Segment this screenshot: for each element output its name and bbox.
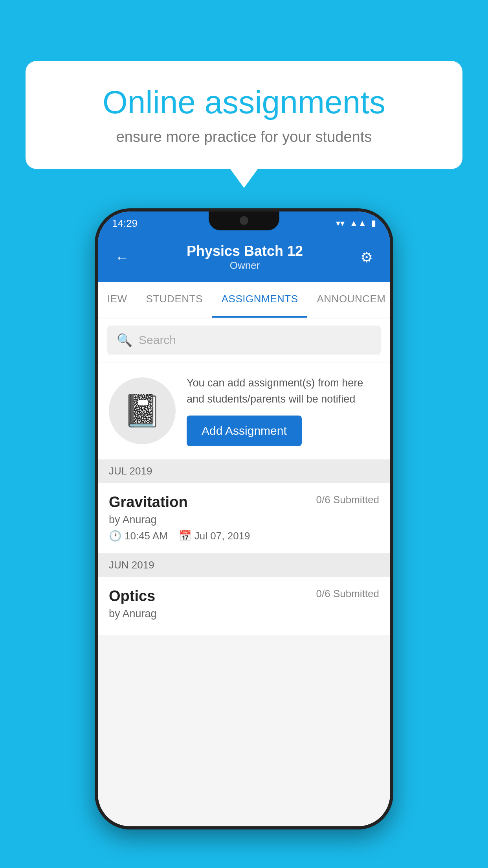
bubble-subtitle: ensure more practice for your students	[53, 129, 435, 145]
header-subtitle: Owner	[132, 259, 357, 272]
notebook-icon-circle: 📓	[109, 377, 176, 444]
search-container: 🔍 Search	[98, 318, 390, 362]
info-card: 📓 You can add assignment(s) from here an…	[98, 362, 390, 459]
add-assignment-button[interactable]: Add Assignment	[187, 416, 302, 446]
tab-students[interactable]: STUDENTS	[137, 282, 212, 318]
settings-button[interactable]: ⚙	[357, 246, 376, 269]
camera	[240, 216, 248, 225]
battery-icon: ▮	[371, 218, 376, 228]
bubble-title: Online assignments	[53, 85, 435, 120]
tab-announcements[interactable]: ANNOUNCEM	[307, 282, 390, 318]
phone-power-button	[391, 290, 393, 345]
assignment-date: Jul 07, 2019	[194, 530, 250, 542]
tab-bar: IEW STUDENTS ASSIGNMENTS ANNOUNCEM	[98, 282, 390, 318]
assignment-submitted-optics: 0/6 Submitted	[316, 588, 379, 600]
search-placeholder: Search	[139, 333, 176, 347]
calendar-icon: 📅	[179, 530, 191, 542]
assignment-meta: 🕐 10:45 AM 📅 Jul 07, 2019	[109, 530, 379, 542]
month-separator-jun: JUN 2019	[98, 554, 390, 577]
assignment-submitted: 0/6 Submitted	[316, 494, 379, 506]
info-card-content: You can add assignment(s) from here and …	[187, 375, 379, 446]
phone-notch	[209, 211, 279, 230]
wifi-icon: ▾▾	[336, 218, 345, 228]
notebook-icon: 📓	[123, 392, 162, 429]
assignment-item-optics[interactable]: Optics 0/6 Submitted by Anurag	[98, 577, 390, 635]
meta-date: 📅 Jul 07, 2019	[179, 530, 250, 542]
search-icon: 🔍	[117, 333, 132, 348]
tab-assignments[interactable]: ASSIGNMENTS	[212, 282, 308, 318]
phone-screen: 14:29 ▾▾ ▲▲ ▮ ← Physics Batch 12 Owner ⚙…	[98, 211, 390, 826]
back-button[interactable]: ←	[112, 246, 132, 269]
phone-volume-button	[95, 306, 97, 337]
info-card-text: You can add assignment(s) from here and …	[187, 375, 379, 407]
tab-iew[interactable]: IEW	[98, 282, 137, 318]
assignment-author-optics: by Anurag	[109, 608, 379, 620]
phone-frame: 14:29 ▾▾ ▲▲ ▮ ← Physics Batch 12 Owner ⚙…	[95, 208, 393, 829]
assignment-title: Gravitation	[109, 494, 188, 511]
assignment-item-gravitation[interactable]: Gravitation 0/6 Submitted by Anurag 🕐 10…	[98, 483, 390, 554]
signal-icon: ▲▲	[349, 218, 367, 228]
app-header: ← Physics Batch 12 Owner ⚙	[98, 235, 390, 282]
assignment-header: Gravitation 0/6 Submitted	[109, 494, 379, 511]
header-title-block: Physics Batch 12 Owner	[132, 243, 357, 272]
assignment-time: 10:45 AM	[125, 530, 168, 542]
meta-time: 🕐 10:45 AM	[109, 530, 168, 542]
assignment-author: by Anurag	[109, 514, 379, 526]
speech-bubble-container: Online assignments ensure more practice …	[26, 61, 462, 169]
assignment-header-optics: Optics 0/6 Submitted	[109, 588, 379, 605]
speech-bubble: Online assignments ensure more practice …	[26, 61, 462, 169]
search-bar[interactable]: 🔍 Search	[107, 326, 381, 355]
header-title: Physics Batch 12	[132, 243, 357, 259]
status-icons: ▾▾ ▲▲ ▮	[336, 218, 376, 228]
month-separator-jul: JUL 2019	[98, 460, 390, 483]
status-time: 14:29	[112, 217, 138, 230]
assignment-title-optics: Optics	[109, 588, 155, 605]
clock-icon: 🕐	[109, 530, 121, 542]
